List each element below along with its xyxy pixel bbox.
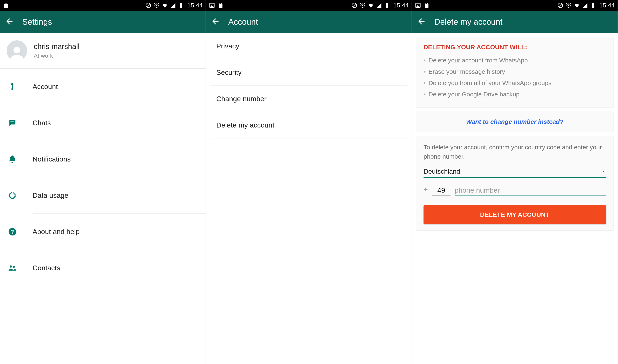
svg-point-8 — [13, 266, 15, 268]
back-icon[interactable] — [211, 17, 220, 27]
warning-bullets: Delete your account from WhatsApp Erase … — [424, 56, 606, 99]
avatar — [7, 40, 27, 61]
contacts-icon — [7, 263, 18, 273]
signal-icon — [170, 2, 176, 8]
wifi-icon — [162, 2, 168, 8]
wifi-icon — [574, 2, 580, 8]
change-number-link[interactable]: Want to change number instead? — [424, 118, 606, 125]
phone-row: + — [424, 185, 606, 195]
alarm-icon — [566, 2, 572, 8]
svg-line-15 — [559, 4, 562, 7]
plus-icon: + — [424, 185, 428, 195]
bullet-item: Erase your message history — [424, 67, 606, 76]
warning-title: DELETING YOUR ACCOUNT WILL: — [424, 44, 606, 51]
profile-name: chris marshall — [34, 42, 79, 51]
settings-label: Contacts — [33, 264, 60, 272]
bell-icon — [7, 155, 18, 164]
instruction-text: To delete your account, confirm your cou… — [424, 143, 606, 161]
no-sim-icon — [351, 2, 357, 8]
battery-icon — [590, 2, 596, 8]
account-item-privacy[interactable]: Privacy — [210, 33, 408, 59]
svg-rect-9 — [210, 3, 214, 7]
no-sim-icon — [557, 2, 563, 8]
settings-list: Account Chats Notifications Data usage ?… — [0, 69, 206, 286]
status-bar: 15:44 — [412, 0, 618, 11]
settings-item-account[interactable]: Account — [33, 69, 206, 105]
page-title: Settings — [22, 17, 52, 26]
svg-line-1 — [147, 4, 150, 7]
svg-text:?: ? — [11, 229, 14, 235]
signal-icon — [376, 2, 382, 8]
image-icon — [209, 2, 215, 8]
dropdown-icon — [602, 168, 606, 175]
clock-text: 15:44 — [393, 2, 409, 9]
battery-icon — [178, 2, 184, 8]
settings-label: Chats — [33, 119, 51, 127]
status-bar: 15:44 — [206, 0, 412, 11]
app-bar: Delete my account — [412, 11, 618, 33]
delete-account-button[interactable]: DELETE MY ACCOUNT — [424, 205, 606, 224]
screen-settings: 15:44 Settings chris marshall At work Ac… — [0, 0, 206, 364]
svg-point-3 — [13, 47, 20, 53]
account-item-change-number[interactable]: Change number — [210, 86, 408, 112]
settings-item-about[interactable]: ? About and help — [33, 214, 206, 250]
signal-icon — [582, 2, 588, 8]
lock-icon — [3, 2, 9, 8]
settings-item-notifications[interactable]: Notifications — [33, 141, 206, 177]
svg-rect-4 — [11, 121, 14, 122]
help-icon: ? — [7, 227, 18, 236]
lock-icon — [424, 2, 430, 8]
settings-label: About and help — [33, 228, 80, 236]
profile-status: At work — [34, 52, 79, 59]
alarm-icon — [360, 2, 366, 8]
data-usage-icon — [7, 191, 18, 200]
app-bar: Account — [206, 11, 412, 33]
country-code-input[interactable] — [432, 185, 451, 195]
settings-item-chats[interactable]: Chats — [33, 105, 206, 141]
settings-label: Notifications — [33, 155, 71, 163]
svg-line-11 — [353, 4, 356, 7]
warning-card: DELETING YOUR ACCOUNT WILL: Delete your … — [416, 37, 614, 107]
change-number-card[interactable]: Want to change number instead? — [416, 112, 614, 132]
back-icon[interactable] — [5, 17, 14, 27]
lock-icon — [218, 2, 224, 8]
status-bar: 15:44 — [0, 0, 206, 11]
svg-point-7 — [10, 265, 12, 268]
delete-body: DELETING YOUR ACCOUNT WILL: Delete your … — [412, 33, 618, 235]
wifi-icon — [368, 2, 374, 8]
account-item-security[interactable]: Security — [210, 59, 408, 86]
settings-label: Data usage — [33, 191, 68, 199]
app-bar: Settings — [0, 11, 206, 33]
alarm-icon — [154, 2, 160, 8]
country-selector[interactable]: Deutschland — [424, 166, 606, 178]
key-icon — [7, 82, 18, 91]
bullet-item: Delete you from all of your WhatsApp gro… — [424, 78, 606, 88]
settings-item-contacts[interactable]: Contacts — [33, 250, 206, 286]
no-sim-icon — [145, 2, 151, 8]
account-item-delete[interactable]: Delete my account — [210, 112, 408, 138]
account-list: Privacy Security Change number Delete my… — [206, 33, 412, 138]
svg-rect-13 — [416, 3, 420, 7]
chat-icon — [7, 118, 18, 128]
settings-item-data-usage[interactable]: Data usage — [33, 177, 206, 214]
battery-icon — [384, 2, 390, 8]
page-title: Account — [228, 17, 258, 26]
phone-number-input[interactable] — [455, 185, 606, 195]
bullet-item: Delete your Google Drive backup — [424, 90, 606, 99]
back-icon[interactable] — [417, 17, 426, 27]
page-title: Delete my account — [434, 17, 502, 26]
clock-text: 15:44 — [599, 2, 615, 9]
screen-account: 15:44 Account Privacy Security Change nu… — [206, 0, 412, 364]
screen-delete-account: 15:44 Delete my account DELETING YOUR AC… — [412, 0, 618, 364]
country-name: Deutschland — [424, 168, 460, 175]
clock-text: 15:44 — [187, 2, 203, 9]
bullet-item: Delete your account from WhatsApp — [424, 56, 606, 65]
profile-row[interactable]: chris marshall At work — [0, 33, 206, 69]
image-icon — [415, 2, 421, 8]
confirm-card: To delete your account, confirm your cou… — [416, 136, 614, 231]
settings-label: Account — [33, 83, 58, 91]
